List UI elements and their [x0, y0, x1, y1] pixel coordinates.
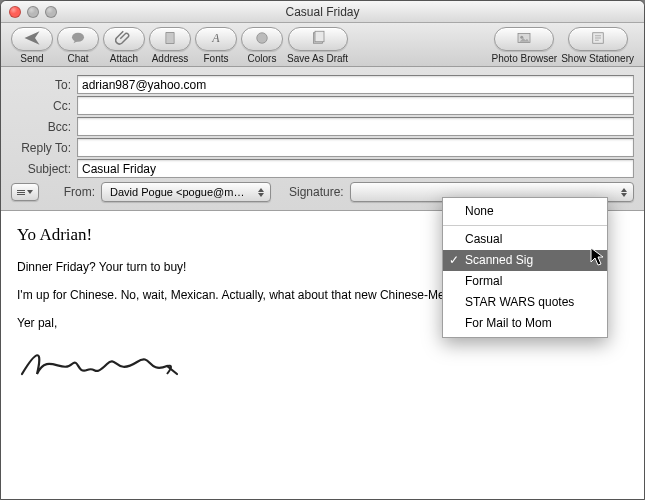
updown-arrows-icon: [255, 185, 267, 199]
cc-field[interactable]: [77, 96, 634, 115]
fonts-button[interactable]: A Fonts: [195, 27, 237, 64]
reply-to-label: Reply To:: [11, 141, 77, 155]
header-options-button[interactable]: [11, 183, 39, 201]
signature-menu-item-formal[interactable]: Formal: [443, 271, 607, 292]
toolbar-label: Colors: [248, 53, 277, 64]
chat-button[interactable]: Chat: [57, 27, 99, 64]
chat-bubble-icon: [69, 29, 87, 49]
save-draft-button[interactable]: Save As Draft: [287, 27, 348, 64]
window-controls: [1, 6, 57, 18]
toolbar-label: Chat: [67, 53, 88, 64]
svg-point-0: [72, 33, 84, 42]
address-book-icon: [161, 29, 179, 49]
toolbar-label: Send: [20, 53, 43, 64]
signature-menu: None Casual ✓Scanned Sig Formal STAR WAR…: [442, 197, 608, 338]
chevron-down-icon: [27, 190, 33, 194]
toolbar-label: Address: [152, 53, 189, 64]
svg-rect-2: [166, 33, 174, 44]
compose-window: Casual Friday Send Chat Attach Address A: [0, 0, 645, 500]
subject-label: Subject:: [11, 162, 77, 176]
bcc-field[interactable]: [77, 117, 634, 136]
signature-label: Signature:: [271, 185, 350, 199]
stationery-icon: [589, 29, 607, 49]
signature-menu-item-none[interactable]: None: [443, 201, 607, 222]
signature-menu-item-mom[interactable]: For Mail to Mom: [443, 313, 607, 334]
attach-button[interactable]: Attach: [103, 27, 145, 64]
cc-label: Cc:: [11, 99, 77, 113]
titlebar: Casual Friday: [1, 1, 644, 23]
svg-rect-7: [315, 31, 324, 42]
window-title: Casual Friday: [1, 5, 644, 19]
signature-image: [17, 344, 628, 388]
message-headers: To: Cc: Bcc: Reply To: Subject: From:: [1, 67, 644, 211]
from-label: From:: [45, 185, 101, 199]
colors-button[interactable]: Colors: [241, 27, 283, 64]
toolbar: Send Chat Attach Address A Fonts Colors: [1, 23, 644, 67]
toolbar-label: Photo Browser: [492, 53, 558, 64]
toolbar-label: Attach: [110, 53, 138, 64]
reply-to-field[interactable]: [77, 138, 634, 157]
fonts-icon: A: [207, 29, 225, 49]
drafts-icon: [309, 29, 327, 49]
signature-menu-item-scanned[interactable]: ✓Scanned Sig: [443, 250, 607, 271]
from-popup[interactable]: David Pogue <pogue@m…: [101, 182, 271, 202]
to-label: To:: [11, 78, 77, 92]
svg-text:A: A: [211, 31, 220, 45]
minimize-window-button[interactable]: [27, 6, 39, 18]
zoom-window-button[interactable]: [45, 6, 57, 18]
signature-menu-item-starwars[interactable]: STAR WARS quotes: [443, 292, 607, 313]
send-button[interactable]: Send: [11, 27, 53, 64]
toolbar-label: Show Stationery: [561, 53, 634, 64]
from-value: David Pogue <pogue@m…: [110, 186, 244, 198]
to-field[interactable]: [77, 75, 634, 94]
checkmark-icon: ✓: [449, 252, 459, 269]
toolbar-label: Save As Draft: [287, 53, 348, 64]
menu-separator: [443, 225, 607, 226]
svg-point-9: [521, 36, 524, 39]
color-wheel-icon: [253, 29, 271, 49]
updown-arrows-icon: [618, 185, 630, 199]
toolbar-label: Fonts: [203, 53, 228, 64]
paper-plane-icon: [23, 29, 41, 49]
photos-icon: [515, 29, 533, 49]
address-button[interactable]: Address: [149, 27, 191, 64]
paperclip-icon: [115, 29, 133, 49]
show-stationery-button[interactable]: Show Stationery: [561, 27, 634, 64]
subject-field[interactable]: [77, 159, 634, 178]
close-window-button[interactable]: [9, 6, 21, 18]
photo-browser-button[interactable]: Photo Browser: [492, 27, 558, 64]
bcc-label: Bcc:: [11, 120, 77, 134]
signature-menu-item-casual[interactable]: Casual: [443, 229, 607, 250]
list-icon: [17, 190, 25, 195]
